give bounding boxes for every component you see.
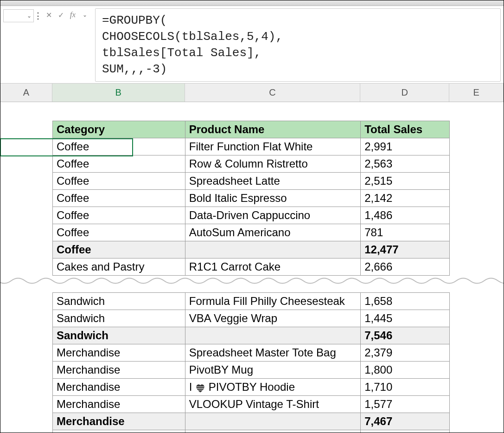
cell-sales[interactable]: 7,467 — [361, 413, 450, 430]
header-product[interactable]: Product Name — [185, 121, 361, 138]
cell-category[interactable]: Merchandise — [53, 362, 185, 379]
cell-product[interactable]: AutoSum Americano — [185, 224, 361, 241]
table-row[interactable]: MerchandiseI PIVOTBY Hoodie1,710 — [53, 379, 450, 396]
table-row[interactable]: Sandwich7,546 — [53, 327, 450, 344]
table-row[interactable]: CoffeeData-Driven Cappuccino1,486 — [53, 207, 450, 224]
formula-bar-divider: ⋮ — [35, 9, 41, 22]
cell-sales[interactable]: 1,658 — [361, 293, 450, 310]
column-header-b[interactable]: B — [52, 84, 185, 102]
cell-category[interactable]: Coffee — [53, 155, 185, 173]
cell-product[interactable]: Bold Italic Espresso — [185, 190, 361, 207]
cell-sales[interactable]: 2,563 — [361, 155, 450, 173]
name-box-area: ⌄ ⋮ — [3, 7, 41, 22]
cell-sales[interactable]: 2,142 — [361, 190, 450, 207]
cell-sales[interactable]: 2,515 — [361, 173, 450, 190]
table-row[interactable]: CoffeeAutoSum Americano781 — [53, 224, 450, 241]
cell-product[interactable] — [185, 327, 361, 344]
table-row[interactable]: Merchandise7,467 — [53, 413, 450, 430]
column-header-c[interactable]: C — [185, 84, 361, 102]
cell-category[interactable]: Sandwich — [53, 327, 185, 344]
table-row[interactable]: SandwichVBA Veggie Wrap1,445 — [53, 310, 450, 327]
cell-sales[interactable]: 1,445 — [361, 310, 450, 327]
cell-product[interactable]: Row & Column Ristretto — [185, 155, 361, 173]
cell-sales[interactable]: 7,546 — [361, 327, 450, 344]
cell-category[interactable]: Merchandise — [53, 413, 185, 430]
cell-product[interactable]: Filter Function Flat White — [185, 138, 361, 155]
cell-category[interactable]: Coffee — [53, 190, 185, 207]
name-box[interactable]: ⌄ — [3, 9, 34, 22]
formula-bar: ⌄ ⋮ ✕ ✓ fx ⌄ =GROUPBY( CHOOSECOLS(tblSal… — [0, 6, 504, 84]
data-table: Category Product Name Total Sales Coffee… — [52, 121, 450, 433]
table-header-row: Category Product Name Total Sales — [53, 121, 450, 138]
cell-category[interactable]: Merchandise — [53, 344, 185, 362]
cell-category[interactable]: Sandwich — [53, 293, 185, 310]
cell-category[interactable]: Coffee — [53, 241, 185, 259]
cell-category[interactable]: Sandwich — [53, 310, 185, 327]
cell-category[interactable]: Coffee — [53, 173, 185, 190]
cell-sales[interactable]: 2,379 — [361, 344, 450, 362]
cell-sales[interactable]: 2,991 — [361, 138, 450, 155]
table-row[interactable]: TeaExcel Earl Grey2,045 — [53, 430, 450, 433]
cell-sales[interactable]: 1,710 — [361, 379, 450, 396]
table-row[interactable]: CoffeeFilter Function Flat White2,991 — [53, 138, 450, 155]
cell-category[interactable]: Merchandise — [53, 379, 185, 396]
fx-controls: ✕ ✓ fx ⌄ — [41, 8, 92, 21]
cell-category[interactable]: Coffee — [53, 207, 185, 224]
cell-product[interactable] — [185, 241, 361, 259]
cell-product[interactable]: Excel Earl Grey — [185, 430, 361, 433]
fx-dropdown-icon[interactable]: ⌄ — [79, 9, 90, 20]
chevron-down-icon[interactable]: ⌄ — [27, 13, 32, 19]
table-row[interactable]: Coffee12,477 — [53, 241, 450, 259]
header-sales[interactable]: Total Sales — [361, 121, 450, 138]
cell-category[interactable]: Merchandise — [53, 396, 185, 413]
torn-page-indicator — [53, 276, 450, 293]
table-row[interactable]: MerchandisePivotBY Mug1,800 — [53, 362, 450, 379]
cell-product[interactable]: PivotBY Mug — [185, 362, 361, 379]
cell-sales[interactable]: 1,486 — [361, 207, 450, 224]
cell-category[interactable]: Tea — [53, 430, 185, 433]
cell-category[interactable]: Cakes and Pastry — [53, 259, 185, 276]
cell-product[interactable]: Data-Driven Cappuccino — [185, 207, 361, 224]
cell-sales[interactable]: 1,800 — [361, 362, 450, 379]
cell-product[interactable]: Spreadsheet Latte — [185, 173, 361, 190]
table-row[interactable]: MerchandiseVLOOKUP Vintage T-Shirt1,577 — [53, 396, 450, 413]
window-top-strip — [0, 0, 504, 6]
table-row[interactable]: MerchandiseSpreadsheet Master Tote Bag2,… — [53, 344, 450, 362]
table-row[interactable] — [53, 276, 450, 293]
cell-sales[interactable]: 1,577 — [361, 396, 450, 413]
cancel-formula-button[interactable]: ✕ — [43, 9, 54, 20]
cell-product[interactable]: I PIVOTBY Hoodie — [185, 379, 361, 396]
cell-sales[interactable]: 12,477 — [361, 241, 450, 259]
fx-icon[interactable]: fx — [67, 9, 78, 20]
column-header-d[interactable]: D — [360, 84, 449, 102]
cell-product[interactable]: Formula Fill Philly Cheesesteak — [185, 293, 361, 310]
cell-category[interactable]: Coffee — [53, 138, 185, 155]
column-header-e[interactable]: E — [449, 84, 504, 102]
cell-sales[interactable]: 2,045 — [361, 430, 450, 433]
formula-input[interactable]: =GROUPBY( CHOOSECOLS(tblSales,5,4), tblS… — [95, 8, 501, 82]
cell-category[interactable]: Coffee — [53, 224, 185, 241]
cell-product[interactable] — [185, 413, 361, 430]
table-row[interactable]: CoffeeBold Italic Espresso2,142 — [53, 190, 450, 207]
table-row[interactable]: CoffeeRow & Column Ristretto2,563 — [53, 155, 450, 173]
header-category[interactable]: Category — [53, 121, 185, 138]
cell-product[interactable]: VLOOKUP Vintage T-Shirt — [185, 396, 361, 413]
cell-product[interactable]: Spreadsheet Master Tote Bag — [185, 344, 361, 362]
table-row[interactable]: Cakes and PastryR1C1 Carrot Cake2,666 — [53, 259, 450, 276]
cell-product[interactable]: VBA Veggie Wrap — [185, 310, 361, 327]
enter-formula-button[interactable]: ✓ — [55, 9, 66, 20]
spreadsheet-grid[interactable]: Category Product Name Total Sales Coffee… — [0, 102, 504, 433]
cell-sales[interactable]: 2,666 — [361, 259, 450, 276]
table-row[interactable]: SandwichFormula Fill Philly Cheesesteak1… — [53, 293, 450, 310]
table-row[interactable]: CoffeeSpreadsheet Latte2,515 — [53, 173, 450, 190]
column-header-a[interactable]: A — [0, 84, 52, 102]
cell-product[interactable]: R1C1 Carrot Cake — [185, 259, 361, 276]
column-headers: A B C D E — [0, 84, 504, 102]
cell-sales[interactable]: 781 — [361, 224, 450, 241]
